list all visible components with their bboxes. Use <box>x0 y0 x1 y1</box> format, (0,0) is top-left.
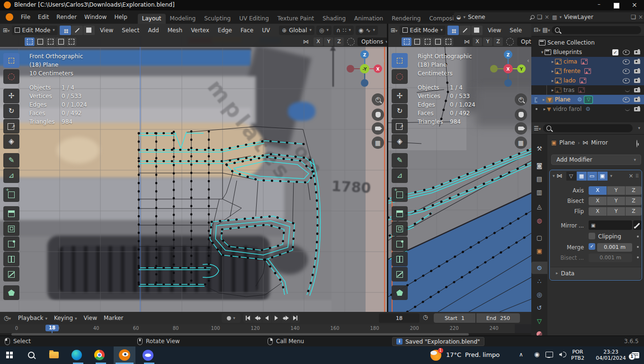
outliner-search[interactable] <box>552 26 641 34</box>
camera-visibility-icon[interactable] <box>634 98 640 102</box>
face-select-mode-button[interactable] <box>83 26 95 35</box>
mode-selector[interactable]: Edit Mode▾ <box>12 26 58 35</box>
outliner-row-tras[interactable]: ▸ tras <box>531 85 644 95</box>
start-frame-field[interactable]: Start1 <box>434 313 475 323</box>
sidebar-toggle-arrow[interactable]: ‹ <box>383 57 385 64</box>
language-indicator[interactable]: PORPTB2 <box>571 349 584 361</box>
mirror-y-button[interactable]: Y <box>324 37 333 46</box>
tool-poly-build[interactable] <box>3 285 19 300</box>
jump-to-start-button[interactable] <box>243 313 252 323</box>
tool-move[interactable]: ✢ <box>3 89 19 103</box>
current-frame-badge[interactable]: 18 <box>45 325 59 331</box>
workspace-tab-sculpting[interactable]: Sculpting <box>200 14 235 24</box>
select-mode-subtract-button[interactable] <box>422 37 432 46</box>
tab-view-layer[interactable]: ▥ <box>531 186 547 198</box>
menu-face[interactable]: Face <box>237 27 257 34</box>
tray-volume-icon[interactable] <box>558 351 567 358</box>
camera-view-button[interactable] <box>515 122 527 135</box>
tab-data[interactable]: ▽ <box>531 315 547 327</box>
tool-cursor[interactable] <box>3 69 19 84</box>
clock[interactable]: 23:2304/01/2024 <box>593 349 629 361</box>
taskbar-search-button[interactable] <box>26 349 37 361</box>
eye-icon[interactable] <box>623 78 630 83</box>
mirror-z-button[interactable]: Z <box>334 37 344 46</box>
merge-threshold-field[interactable]: 0.001 m <box>597 243 632 252</box>
select-mode-set-button[interactable] <box>402 37 411 46</box>
saved-notification[interactable]: i Saved "Exploration.blend" <box>392 337 484 346</box>
tab-physics[interactable]: ◎ <box>531 288 547 300</box>
tool-annotate[interactable]: ✎ <box>3 153 19 168</box>
tab-constraints[interactable]: ↺ <box>531 301 547 314</box>
mirror-z-button[interactable]: Z <box>493 37 503 46</box>
weather-icon[interactable]: 1 <box>430 349 441 361</box>
eye-closed-icon[interactable] <box>625 108 630 111</box>
eye-icon[interactable] <box>623 69 630 74</box>
properties-search[interactable] <box>543 124 633 132</box>
flip-z-button[interactable]: Z <box>626 207 642 216</box>
outliner-row-vidro-farol[interactable]: ▸ ▼ vidro farol ⚙ <box>531 104 644 114</box>
outliner-filter-icon[interactable]: ▤▾ <box>543 27 550 33</box>
pin-icon[interactable] <box>530 14 536 19</box>
animate-dot[interactable] <box>637 256 639 258</box>
end-frame-field[interactable]: End250 <box>476 313 520 323</box>
eyedropper-button[interactable] <box>633 220 642 230</box>
workspace-tab-uv-editing[interactable]: UV Editing <box>235 14 273 24</box>
menu-render[interactable]: Render <box>53 10 80 24</box>
delete-modifier-icon[interactable]: × <box>629 173 634 179</box>
select-mode-subtract-button[interactable] <box>45 37 55 46</box>
proportional-snap-icon[interactable] <box>506 38 514 46</box>
tool-scale[interactable]: ↗ <box>392 119 408 134</box>
tray-expand-chevron[interactable]: ∧ <box>519 351 523 358</box>
pan-hand-button[interactable] <box>515 109 527 121</box>
select-mode-difference-button[interactable] <box>433 37 443 46</box>
bisect-y-button[interactable]: Y <box>607 197 625 205</box>
breadcrumb-modifier[interactable]: Mirror <box>591 139 608 146</box>
collapse-icon[interactable]: ▾ <box>540 50 545 55</box>
tool-rotate[interactable]: ↻ <box>392 104 408 118</box>
drag-handle-icon[interactable]: ⠿ <box>635 173 639 179</box>
menu-edge[interactable]: Edge <box>215 27 235 34</box>
play-reverse-button[interactable] <box>262 313 271 323</box>
outliner-row-scene-collection[interactable]: Scene Collection <box>531 38 644 47</box>
eye-icon[interactable] <box>623 97 630 102</box>
unlink-scene-icon[interactable]: × <box>545 14 549 20</box>
remove-viewlayer-icon[interactable]: × <box>638 14 643 20</box>
camera-visibility-icon[interactable] <box>634 69 640 73</box>
proportional-snap-icon[interactable] <box>347 38 355 46</box>
pan-hand-button[interactable] <box>372 109 384 121</box>
menu-vertex[interactable]: Vertex <box>188 27 213 34</box>
outliner-row-blueprints[interactable]: ▾ Blueprints ✓ <box>531 47 644 57</box>
outliner-row-lado[interactable]: ▸ lado <box>531 76 644 85</box>
discord-icon[interactable] <box>142 349 153 361</box>
modifier-wrench-icon[interactable]: ⚙ <box>577 97 582 102</box>
animate-dot[interactable] <box>637 246 639 248</box>
menu-keying[interactable]: Keying ▾ <box>51 315 80 321</box>
tab-particles[interactable]: ∴ <box>531 275 547 287</box>
expand-icon[interactable]: ▸ <box>550 78 555 83</box>
tool-select-box[interactable] <box>392 53 408 68</box>
weather-condition-label[interactable]: Pred. limpo <box>465 351 500 358</box>
add-modifier-button[interactable]: Add Modifier▾ <box>551 155 641 165</box>
timeline-ruler[interactable]: 0 20 40 60 80 100 120 140 160 180 200 22… <box>0 324 531 333</box>
eye-closed-icon[interactable] <box>625 89 630 92</box>
select-mode-intersect-button[interactable] <box>66 37 76 46</box>
grid-toggle-button[interactable]: ▦ <box>515 136 527 149</box>
expand-icon[interactable]: ▸ <box>550 69 555 73</box>
tool-scale[interactable]: ↗ <box>3 119 19 134</box>
tab-object[interactable]: ▣ <box>531 245 547 257</box>
tab-collection[interactable]: ▢ <box>531 231 547 244</box>
viewlayer-selector[interactable]: ▥▾ ViewLayer ❏ × <box>549 12 644 22</box>
camera-visibility-icon[interactable] <box>634 107 640 111</box>
tool-inset-faces[interactable] <box>3 221 19 236</box>
axis-y-button[interactable]: Y <box>607 186 625 195</box>
start-button[interactable] <box>4 349 15 361</box>
jump-to-end-button[interactable] <box>291 313 300 323</box>
minimize-button[interactable]: – <box>598 1 600 8</box>
tool-select-box[interactable] <box>3 53 19 68</box>
auto-keying-button[interactable]: ▾ <box>222 313 241 323</box>
properties-editor-icon[interactable]: ☰▾ <box>534 125 541 132</box>
tool-loop-cut[interactable] <box>392 252 408 266</box>
tool-extrude-region[interactable] <box>392 206 408 221</box>
menu-marker[interactable]: Marker <box>100 315 126 321</box>
zoom-button[interactable] <box>515 93 527 106</box>
